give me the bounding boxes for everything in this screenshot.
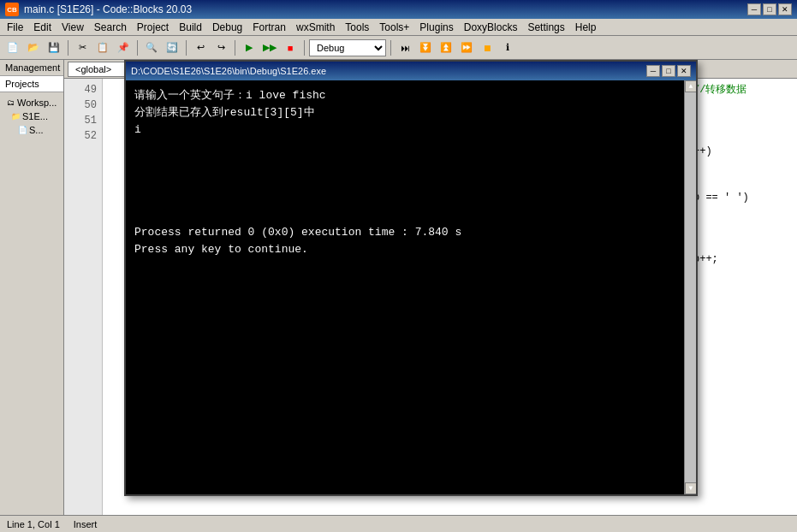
sidebar-workspace[interactable]: 🗂 Worksp... <box>3 96 60 109</box>
menu-project[interactable]: Project <box>132 20 174 35</box>
menu-help[interactable]: Help <box>570 20 602 35</box>
toolbar-sep2 <box>137 40 138 56</box>
save-button[interactable]: 💾 <box>45 38 63 57</box>
close-button[interactable]: ✕ <box>778 3 792 15</box>
menu-tools[interactable]: Tools <box>340 20 374 35</box>
toolbar-sep5 <box>304 40 305 56</box>
menu-file[interactable]: File <box>2 20 28 35</box>
menu-doxyblocks[interactable]: DoxyBlocks <box>459 20 523 35</box>
menu-plugins[interactable]: Plugins <box>414 20 458 35</box>
code-comment: //转移数据 <box>693 82 790 98</box>
main-area: Management Projects 🗂 Worksp... 📁 S1E...… <box>0 60 797 515</box>
code-increment: ++) <box>693 144 790 159</box>
cut-button[interactable]: ✂ <box>73 38 92 57</box>
line-numbers: 49 50 51 52 <box>64 79 103 515</box>
stop-button[interactable]: ■ <box>281 38 300 57</box>
menu-debug[interactable]: Debug <box>207 20 247 35</box>
menu-build[interactable]: Build <box>174 20 207 35</box>
project-icon: 📁 <box>10 111 21 121</box>
console-line-7 <box>134 190 687 207</box>
debug-info-button[interactable]: ℹ <box>498 38 517 57</box>
console-line-4 <box>134 139 687 156</box>
console-body: 请输入一个英文句子：i love fishc 分割结果已存入到result[3]… <box>126 80 696 494</box>
menu-view[interactable]: View <box>57 20 89 35</box>
minimize-button[interactable]: ─ <box>747 3 761 15</box>
maximize-button[interactable]: □ <box>763 3 776 15</box>
console-window: D:\CODE\S1E26\S1E26\bin\Debug\S1E26.exe … <box>124 60 698 496</box>
console-line-5 <box>134 156 687 173</box>
console-line-1: 请输入一个英文句子：i love fishc <box>134 87 687 104</box>
sidebar-project[interactable]: 📁 S1E... <box>3 109 60 123</box>
editor-area: <global> ≡ 🔍 49 50 51 52 printf("分割结果已存入… <box>64 60 797 515</box>
sidebar-content: 🗂 Worksp... 📁 S1E... 📄 S... <box>0 92 63 515</box>
build-config-dropdown[interactable]: Debug <box>309 39 386 56</box>
menu-bar: File Edit View Search Project Build Debu… <box>0 19 797 36</box>
sidebar-tab-management[interactable]: Management <box>0 60 63 76</box>
console-scroll-up[interactable]: ▲ <box>685 80 696 92</box>
sidebar-tab-projects[interactable]: Projects <box>0 76 63 92</box>
status-insert: Insert <box>74 519 98 529</box>
open-file-button[interactable]: 📂 <box>24 38 43 57</box>
debug-run-to-button[interactable]: ⏩ <box>457 38 476 57</box>
debug-step-button[interactable]: ⏬ <box>416 38 435 57</box>
toolbar-sep6 <box>390 40 391 56</box>
code-pp: p++; <box>693 251 790 267</box>
debug-next-button[interactable]: ⏭ <box>396 38 414 57</box>
console-scrollbar[interactable]: ▲ ▼ <box>684 80 696 494</box>
copy-button[interactable]: 📋 <box>93 38 112 57</box>
console-line-2: 分割结果已存入到result[3][5]中 <box>134 104 687 121</box>
menu-tools-plus[interactable]: Tools+ <box>374 20 414 35</box>
sidebar-file[interactable]: 📄 S... <box>3 123 60 137</box>
status-bar: Line 1, Col 1 Insert <box>0 515 797 532</box>
console-maximize-button[interactable]: □ <box>662 65 675 77</box>
debug-stop-button[interactable]: ⏹ <box>478 38 497 57</box>
paste-button[interactable]: 📌 <box>114 38 133 57</box>
title-bar: CB main.c [S1E26] - Code::Blocks 20.03 ─… <box>0 0 797 19</box>
title-bar-buttons: ─ □ ✕ <box>747 3 792 15</box>
toolbar-sep3 <box>186 40 187 56</box>
menu-edit[interactable]: Edit <box>28 20 57 35</box>
undo-button[interactable]: ↩ <box>191 38 210 57</box>
menu-wxsmith[interactable]: wxSmith <box>291 20 340 35</box>
console-title: D:\CODE\S1E26\S1E26\bin\Debug\S1E26.exe <box>131 66 326 76</box>
console-title-buttons: ─ □ ✕ <box>646 65 691 77</box>
console-line-9: Process returned 0 (0x0) execution time … <box>134 224 687 241</box>
console-close-button[interactable]: ✕ <box>677 65 691 77</box>
console-minimize-button[interactable]: ─ <box>646 65 660 77</box>
window-title: main.c [S1E26] - Code::Blocks 20.03 <box>24 3 192 15</box>
console-line-3: i <box>134 121 687 139</box>
code-right-panel: //转移数据 ++) p == ' ') p++; <box>686 79 797 270</box>
find-button[interactable]: 🔍 <box>142 38 161 57</box>
title-bar-left: CB main.c [S1E26] - Code::Blocks 20.03 <box>5 3 192 16</box>
toolbar-sep1 <box>68 40 68 56</box>
console-line-8 <box>134 207 687 224</box>
replace-button[interactable]: 🔄 <box>163 38 181 57</box>
redo-button[interactable]: ↪ <box>211 38 230 57</box>
code-condition: p == ' ') <box>693 190 790 205</box>
console-line-10: Press any key to continue. <box>134 241 687 258</box>
console-scroll-down[interactable]: ▼ <box>685 482 696 494</box>
menu-search[interactable]: Search <box>89 20 132 35</box>
run-button[interactable]: ▶ <box>240 38 259 57</box>
toolbar: 📄 📂 💾 ✂ 📋 📌 🔍 🔄 ↩ ↪ ▶ ▶▶ ■ Debug ⏭ ⏬ ⏫ ⏩… <box>0 36 797 60</box>
debug-run-button[interactable]: ▶▶ <box>260 38 279 57</box>
workspace-icon: 🗂 <box>5 98 15 108</box>
status-line-col: Line 1, Col 1 <box>7 519 60 529</box>
new-file-button[interactable]: 📄 <box>3 38 22 57</box>
app-icon: CB <box>5 3 19 16</box>
sidebar: Management Projects 🗂 Worksp... 📁 S1E...… <box>0 60 64 515</box>
console-line-6 <box>134 173 687 190</box>
debug-stepout-button[interactable]: ⏫ <box>437 38 455 57</box>
menu-fortran[interactable]: Fortran <box>247 20 291 35</box>
menu-settings[interactable]: Settings <box>522 20 569 35</box>
file-icon: 📄 <box>17 125 27 135</box>
console-title-bar: D:\CODE\S1E26\S1E26\bin\Debug\S1E26.exe … <box>126 62 696 80</box>
toolbar-sep4 <box>235 40 235 56</box>
